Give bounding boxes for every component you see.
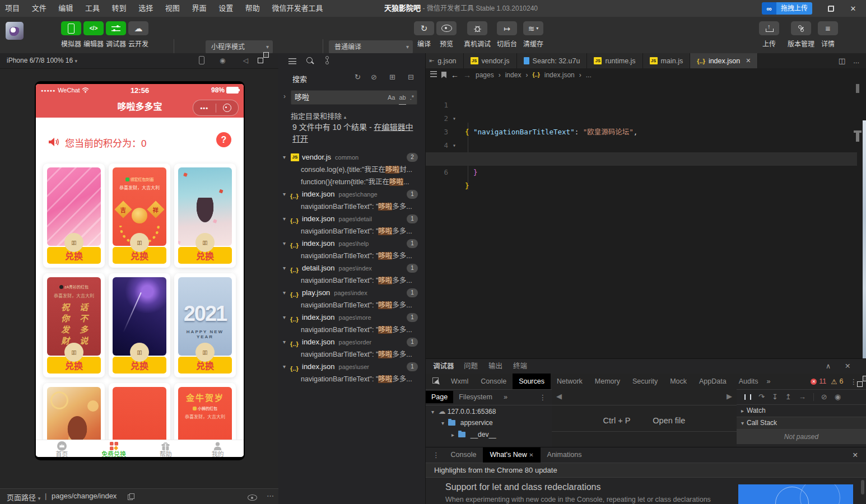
article-thumbnail[interactable]	[738, 484, 853, 504]
result-file-row[interactable]: ▾{..} index.jsonpages\help 1	[278, 237, 426, 250]
restore-window-button[interactable]	[821, 0, 840, 17]
expand-search-icon[interactable]: ›	[283, 92, 286, 100]
compile-mode-select[interactable]: 普通编译 ▾	[329, 40, 413, 54]
result-match-row[interactable]: navigationBarTitleText": "哆啦多多...	[278, 324, 448, 336]
version-manage-button[interactable]: 版本管理	[784, 21, 818, 48]
device-select[interactable]: iPhone 6/7/8 100% 16 ▾	[7, 57, 77, 64]
menu-select[interactable]: 选择	[133, 0, 158, 17]
clear-results-icon[interactable]: ⊘	[371, 73, 377, 81]
clear-cache-button[interactable]: ≋▾ 清缓存	[519, 21, 548, 48]
result-file-row[interactable]: ▾{..} index.jsonpages\more 1	[278, 311, 426, 324]
rotate-device-icon[interactable]	[199, 56, 204, 66]
menu-view[interactable]: 视图	[160, 0, 185, 17]
drawer-tab-console[interactable]: Console	[444, 447, 483, 463]
devtools-tab-console[interactable]: Console	[474, 374, 513, 389]
close-tab-icon[interactable]: ✕	[746, 57, 751, 64]
result-match-row[interactable]: function(){return{title:"我正在哆啦...	[278, 176, 448, 188]
navigator-menu-icon[interactable]: ⋮	[534, 391, 552, 404]
tab-home[interactable]: 首页	[36, 440, 88, 457]
show-panel-icon[interactable]: ▶	[727, 392, 732, 400]
outline-icon[interactable]	[430, 71, 437, 79]
navigator-more-icon[interactable]: »	[498, 391, 513, 403]
collapse-panel-icon[interactable]: ∧	[826, 359, 831, 374]
menu-edit[interactable]: 编辑	[53, 0, 78, 17]
record-icon[interactable]: ◉	[220, 57, 225, 64]
cloud-dev-button[interactable]: ☁ 云开发	[124, 21, 153, 48]
tab-runtime-js[interactable]: JSruntime.js	[587, 53, 642, 68]
more-options-icon[interactable]: ⋯	[267, 492, 274, 500]
hide-navigator-icon[interactable]: ◀	[556, 392, 562, 400]
window-edge-scrollbar[interactable]	[863, 120, 866, 360]
article-title[interactable]: Support for let and class redeclarations	[445, 482, 600, 492]
tab-index-json[interactable]: {..}index.json✕	[690, 53, 758, 68]
drawer-scrollbar[interactable]	[861, 480, 864, 494]
result-file-row[interactable]: ▾{..} play.jsonpages\index 1	[278, 287, 426, 299]
result-file-row[interactable]: ▾{..} index.jsonpages\change 1	[278, 188, 426, 200]
tab-g-json[interactable]: ⇤ g.json	[426, 53, 464, 68]
match-case-toggle[interactable]: Aa	[388, 91, 395, 105]
devtools-tab-wxml[interactable]: Wxml	[445, 374, 474, 389]
devtools-tab-appdata[interactable]: AppData	[693, 374, 733, 389]
file-list-icon[interactable]	[288, 58, 296, 66]
tab-vendor-js[interactable]: JSvendor.js	[464, 53, 517, 68]
tab-search-editor[interactable]: Search: 32.u7u	[517, 53, 588, 68]
breadcrumb-index[interactable]: index	[505, 71, 522, 79]
bookmark-icon[interactable]	[441, 72, 446, 78]
result-file-row[interactable]: ▾{..} detail.jsonpages\index 1	[278, 262, 426, 274]
drag-upload-button[interactable]: ∞ 拖拽上传	[762, 2, 812, 15]
detail-button[interactable]: ≡ 详情	[813, 21, 842, 48]
result-file-row[interactable]: ▾JS vendor.jscommon 2	[278, 151, 426, 164]
devtools-menu-icon[interactable]: ⋮	[850, 377, 858, 386]
split-editor-icon[interactable]: ◫	[839, 57, 845, 65]
result-match-row[interactable]: navigationBarTitleText": "哆啦多多...	[278, 373, 448, 385]
switch-background-button[interactable]: ↦ 切后台	[492, 21, 522, 48]
devtools-tab-security[interactable]: Security	[626, 374, 664, 389]
tab-main-js[interactable]: JSmain.js	[643, 53, 691, 68]
tab-terminal[interactable]: 终端	[513, 359, 527, 374]
result-file-row[interactable]: ▾{..} index.jsonpages\order 1	[278, 336, 426, 348]
devtools-tab-audits[interactable]: Audits	[733, 374, 765, 389]
source-control-icon[interactable]	[325, 56, 332, 66]
devtools-tab-memory[interactable]: Memory	[589, 374, 626, 389]
remote-debug-button[interactable]: 真机调试	[463, 21, 492, 48]
close-panel-icon[interactable]: ✕	[845, 359, 850, 374]
watch-section[interactable]: ▸Watch	[737, 405, 866, 417]
menu-file[interactable]: 文件	[27, 0, 52, 17]
result-match-row[interactable]: navigationBarTitleText": "哆啦多多...	[278, 250, 448, 262]
tree-folder-row[interactable]: ▸ __dev__	[426, 429, 552, 441]
breadcrumb-pages[interactable]: pages	[476, 71, 494, 79]
search-icon[interactable]	[306, 57, 313, 65]
upload-button[interactable]: 上传	[755, 21, 784, 48]
breadcrumb-file[interactable]: index.json	[544, 71, 575, 79]
capsule-menu[interactable]: •••	[193, 100, 239, 116]
result-file-row[interactable]: ▾{..} index.jsonpages\detail 1	[278, 213, 426, 225]
result-file-row[interactable]: ▾{..} index.jsonpages\user 1	[278, 361, 426, 373]
menu-interface[interactable]: 界面	[187, 0, 211, 17]
step-out-icon[interactable]: ↥	[785, 393, 791, 401]
tab-more-icon[interactable]: ...	[853, 57, 859, 65]
tab-help[interactable]: 帮助	[140, 440, 192, 457]
result-match-row[interactable]: navigationBarTitleText": "哆啦多多...	[278, 299, 448, 311]
drawer-tab-whats-new[interactable]: What's New ✕	[483, 447, 540, 463]
pause-on-exceptions-icon[interactable]: ◉	[835, 393, 841, 401]
pause-script-icon[interactable]	[744, 394, 751, 400]
result-match-row[interactable]: navigationBarTitleText": "哆啦多多...	[278, 200, 448, 213]
close-window-button[interactable]: ✕	[844, 0, 863, 17]
more-tabs-icon[interactable]: »	[764, 374, 772, 389]
menu-tools[interactable]: 工具	[80, 0, 105, 17]
tab-mine[interactable]: 我的	[192, 440, 244, 457]
step-icon[interactable]: →	[799, 393, 806, 401]
close-drawer-icon[interactable]: ✕	[853, 451, 866, 459]
open-search-editor-icon[interactable]: ⊞	[389, 73, 395, 81]
drawer-tab-animations[interactable]: Animations	[541, 447, 589, 463]
user-avatar[interactable]	[6, 22, 24, 40]
tab-debugger[interactable]: 调试器	[433, 359, 454, 375]
call-stack-section[interactable]: ▾Call Stack	[737, 417, 866, 430]
collapse-all-icon[interactable]: ⊟	[408, 73, 414, 81]
search-input[interactable]: 哆啦 Aa ab .*	[291, 90, 417, 105]
result-match-row[interactable]: navigationBarTitleText": "哆啦多多...	[278, 274, 448, 287]
mode-select[interactable]: 小程序模式 ▾	[206, 40, 273, 54]
result-match-row[interactable]: console.log(e),{title:"我正在哆啦封...	[278, 164, 448, 176]
regex-toggle[interactable]: .*	[410, 91, 414, 105]
copy-path-icon[interactable]	[128, 493, 134, 502]
